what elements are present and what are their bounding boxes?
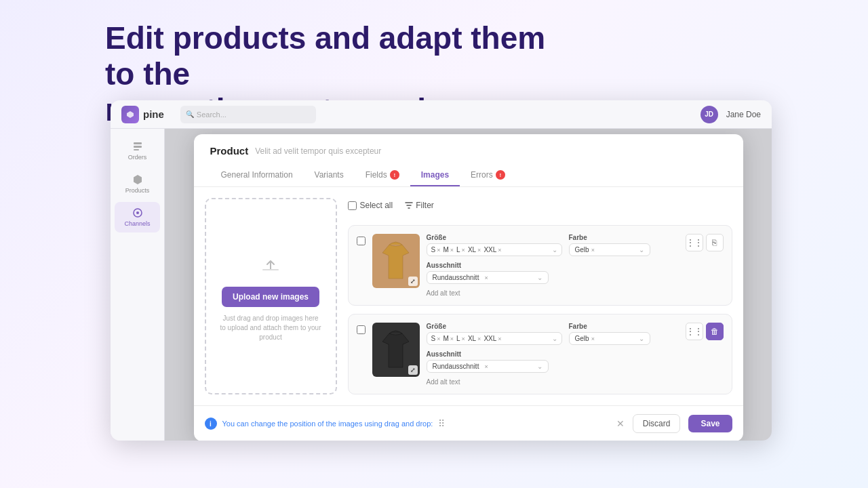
ausschnitt-remove-2[interactable]: × [484, 363, 488, 370]
sidebar-products-label: Products [125, 187, 150, 194]
upload-area: Upload new images Just drag and drop ima… [205, 198, 337, 394]
sidebar-item-channels[interactable]: Channels [115, 202, 160, 232]
tag-s-2: S × [431, 335, 441, 342]
sidebar-orders-label: Orders [128, 154, 147, 161]
ausschnitt-field-2[interactable]: Rundausschnitt × ⌄ [427, 360, 549, 373]
tag-xl: XL × [468, 246, 481, 253]
modal-tabs: General Information Variants Fields ! Im… [210, 165, 727, 186]
farbe-remove[interactable]: × [591, 247, 595, 253]
ausschnitt-field-group-2: Ausschnitt Rundausschnitt × ⌄ [427, 350, 549, 373]
product-2-actions: ⋮⋮ 🗑 [686, 323, 724, 345]
tag-m: M × [443, 246, 454, 253]
expand-icon-2[interactable]: ⤢ [408, 365, 418, 375]
farbe-tag-field[interactable]: Gelb × ⌄ [569, 243, 650, 256]
svg-rect-0 [134, 142, 142, 144]
tag-xl-remove[interactable]: × [477, 247, 481, 253]
tag-s: S × [431, 246, 441, 253]
product-1-checkbox[interactable] [357, 237, 366, 245]
select-all-checkbox[interactable]: Select all [348, 201, 393, 210]
tag-l-2: L × [456, 335, 465, 342]
ausschnitt-arrow-2[interactable]: ⌄ [537, 363, 542, 370]
save-button[interactable]: Save [688, 415, 732, 432]
drag-dots-icon: ⠿ [438, 418, 445, 429]
avatar: JD [701, 106, 718, 123]
add-alt-text-1[interactable]: Add alt text [427, 289, 724, 297]
modal-overlay: Product Velit ad velit tempor quis excep… [165, 129, 772, 441]
search-placeholder: Search... [197, 110, 226, 119]
size-tag-field-2[interactable]: S × M × L × XL × XXL × ⌄ [427, 332, 562, 345]
farbe-label: Farbe [569, 234, 650, 241]
filter-label: Filter [416, 201, 434, 210]
size-label-2: Größe [427, 323, 562, 330]
select-all-label: Select all [360, 201, 393, 210]
product-2-more-button[interactable]: ⋮⋮ [686, 323, 703, 340]
size-field-group: Größe S × M × L × XL × XXL × ⌄ [427, 234, 562, 256]
farbe-tag-field-2[interactable]: Gelb × ⌄ [569, 332, 650, 345]
modal-title: Product [210, 145, 249, 157]
tag-s-remove[interactable]: × [437, 247, 440, 253]
main-content: Product Velit ad velit tempor quis excep… [165, 129, 772, 441]
size-dropdown-arrow[interactable]: ⌄ [552, 246, 557, 253]
size-tag-field[interactable]: S × M × L × XL × XXL × ⌄ [427, 243, 562, 256]
ausschnitt-remove[interactable]: × [484, 274, 488, 281]
tab-images[interactable]: Images [410, 165, 460, 186]
svg-rect-2 [134, 149, 139, 150]
svg-point-4 [136, 211, 139, 214]
upload-new-images-button[interactable]: Upload new images [222, 287, 319, 307]
tag-xxl: XXL × [484, 246, 501, 253]
ausschnitt-field[interactable]: Rundausschnitt × ⌄ [427, 271, 549, 284]
farbe-arrow-2[interactable]: ⌄ [639, 335, 644, 342]
tag-xl-2: XL × [468, 335, 481, 342]
info-icon: i [205, 418, 217, 430]
app-name: pine [143, 108, 164, 120]
tag-l: L × [456, 246, 465, 253]
farbe-field-group-2: Farbe Gelb × ⌄ [569, 323, 650, 345]
product-card-2: ⤢ Größe S × M × [348, 314, 732, 394]
product-card: ⤢ Größe S × M × [348, 225, 732, 306]
ausschnitt-arrow[interactable]: ⌄ [537, 274, 542, 281]
size-field-group-2: Größe S × M × L × XL × XXL × ⌄ [427, 323, 562, 345]
add-alt-text-2[interactable]: Add alt text [427, 378, 724, 386]
sidebar-item-orders[interactable]: Orders [115, 136, 160, 166]
topbar: pine 🔍 Search... JD Jane Doe [111, 100, 772, 129]
product-2-checkbox[interactable] [357, 325, 366, 334]
search-bar[interactable]: 🔍 Search... [180, 106, 316, 123]
tab-errors[interactable]: Errors ! [460, 165, 516, 186]
size-label: Größe [427, 234, 562, 241]
farbe-arrow[interactable]: ⌄ [639, 246, 644, 253]
farbe-remove-2[interactable]: × [591, 336, 595, 342]
size-dropdown-arrow-2[interactable]: ⌄ [552, 335, 557, 342]
filter-button[interactable]: Filter [399, 198, 439, 213]
tag-m-remove[interactable]: × [450, 247, 454, 253]
expand-icon[interactable]: ⤢ [408, 277, 418, 286]
product-2-field-row: Größe S × M × L × XL × XXL × ⌄ [427, 323, 724, 345]
product-2-ausschnitt-row: Ausschnitt Rundausschnitt × ⌄ [427, 350, 724, 373]
svg-rect-1 [134, 146, 142, 148]
footer-close-button[interactable]: ✕ [616, 418, 625, 429]
tab-fields[interactable]: Fields ! [355, 165, 410, 186]
tag-l-remove[interactable]: × [462, 247, 465, 253]
tag-xxl-2: XXL × [484, 335, 501, 342]
product-1-more-button[interactable]: ⋮⋮ [686, 234, 703, 251]
ausschnitt-label: Ausschnitt [427, 262, 549, 269]
product-2-delete-button[interactable]: 🗑 [706, 323, 724, 340]
ausschnitt-value-2: Rundausschnitt [433, 363, 479, 370]
app-window: pine 🔍 Search... JD Jane Doe Orders [111, 100, 772, 441]
ausschnitt-value: Rundausschnitt [433, 274, 479, 281]
modal-header: Product Velit ad velit tempor quis excep… [194, 134, 743, 187]
product-1-fields: Größe S × M × L × XL × XXL × ⌄ [427, 234, 724, 297]
footer-info-text: You can change the position of the image… [222, 420, 433, 428]
upload-hint: Just drag and drop images here to upload… [220, 314, 322, 342]
product-list: Select all Filter [348, 198, 732, 394]
tag-xxl-remove[interactable]: × [498, 247, 501, 253]
sidebar-item-products[interactable]: Products [115, 169, 160, 199]
tab-variants[interactable]: Variants [304, 165, 355, 186]
fields-badge: ! [390, 170, 399, 180]
discard-button[interactable]: Discard [633, 414, 681, 433]
select-all-input[interactable] [348, 201, 357, 210]
modal-footer: i You can change the position of the ima… [194, 405, 743, 441]
modal-subtitle: Velit ad velit tempor quis excepteur [255, 146, 381, 156]
product-1-copy-button[interactable]: ⎘ [706, 234, 724, 251]
ausschnitt-label-2: Ausschnitt [427, 350, 549, 358]
tab-general-information[interactable]: General Information [210, 165, 304, 186]
